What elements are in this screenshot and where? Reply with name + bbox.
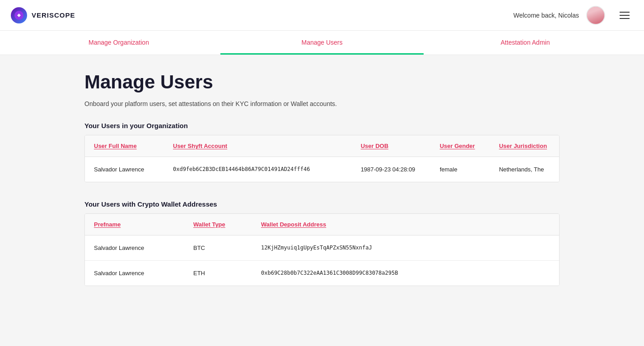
main-nav: Manage Organization Manage Users Attesta… xyxy=(0,31,644,55)
table-row: Salvador Lawrence 0xd9feb6C2B3DcEB14464b… xyxy=(85,157,559,182)
main-content: Manage Users Onboard your platform users… xyxy=(74,55,570,326)
wallet-row-0-type: BTC xyxy=(184,235,252,261)
logo-text: VERISCOPE xyxy=(32,11,75,19)
kyc-section: Your Users in your Organization User Ful… xyxy=(84,122,560,182)
wallet-table-header: Prefname Wallet Type Wallet Deposit Addr… xyxy=(85,214,559,235)
logo-icon xyxy=(11,7,27,23)
hamburger-line-1 xyxy=(620,12,630,13)
page-description: Onboard your platform users, set attesta… xyxy=(84,100,560,107)
table-row: Salvador Lawrence ETH 0xb69C28b0b7C322eA… xyxy=(85,261,559,286)
kyc-header-row: User Full Name User Shyft Account User D… xyxy=(85,135,559,157)
kyc-table-header: User Full Name User Shyft Account User D… xyxy=(85,135,559,157)
kyc-table: User Full Name User Shyft Account User D… xyxy=(85,135,559,182)
hamburger-line-2 xyxy=(620,15,630,16)
wallet-section-title: Your Users with Crypto Wallet Addresses xyxy=(84,200,560,208)
logo-area: VERISCOPE xyxy=(11,7,75,23)
kyc-table-body: Salvador Lawrence 0xd9feb6C2B3DcEB14464b… xyxy=(85,157,559,182)
welcome-message: Welcome back, Nicolas xyxy=(513,12,579,19)
wallet-row-1-prefname: Salvador Lawrence xyxy=(85,261,184,286)
tab-attestation-admin[interactable]: Attestation Admin xyxy=(424,31,627,55)
wallet-row-1-address: 0xb69C28b0b7C322eAA1361C3008D99C83078a29… xyxy=(252,261,559,286)
col-header-gender[interactable]: User Gender xyxy=(431,135,490,157)
wallet-row-0-prefname: Salvador Lawrence xyxy=(85,235,184,261)
tab-manage-users[interactable]: Manage Users xyxy=(220,31,424,55)
wallet-table-body: Salvador Lawrence BTC 12KjHZmyuiq1gUpyEs… xyxy=(85,235,559,286)
table-row: Salvador Lawrence BTC 12KjHZmyuiq1gUpyEs… xyxy=(85,235,559,261)
kyc-row-gender: female xyxy=(431,157,490,182)
col-header-wallet-address[interactable]: Wallet Deposit Address xyxy=(252,214,559,235)
header-right: Welcome back, Nicolas xyxy=(513,6,633,25)
tab-manage-organization[interactable]: Manage Organization xyxy=(17,31,220,55)
wallet-header-row: Prefname Wallet Type Wallet Deposit Addr… xyxy=(85,214,559,235)
col-header-jurisdiction[interactable]: User Jurisdiction xyxy=(490,135,559,157)
wallet-section: Your Users with Crypto Wallet Addresses … xyxy=(84,200,560,286)
wallet-row-0-address: 12KjHZmyuiq1gUpyEsTqAPZxSN55NxnfaJ xyxy=(252,235,559,261)
wallet-table-container: Prefname Wallet Type Wallet Deposit Addr… xyxy=(84,213,560,286)
avatar-image xyxy=(587,7,604,24)
kyc-table-container: User Full Name User Shyft Account User D… xyxy=(84,135,560,182)
kyc-row-shyft-account: 0xd9feb6C2B3DcEB14464b86A79C01491AD24fff… xyxy=(164,157,352,182)
col-header-dob[interactable]: User DOB xyxy=(352,135,431,157)
col-header-shyft-account[interactable]: User Shyft Account xyxy=(164,135,352,157)
hamburger-line-3 xyxy=(620,18,630,19)
wallet-table: Prefname Wallet Type Wallet Deposit Addr… xyxy=(85,214,559,286)
kyc-row-full-name: Salvador Lawrence xyxy=(85,157,164,182)
wallet-row-1-type: ETH xyxy=(184,261,252,286)
kyc-row-dob: 1987-09-23 04:28:09 xyxy=(352,157,431,182)
hamburger-menu-button[interactable] xyxy=(616,8,633,23)
col-header-full-name[interactable]: User Full Name xyxy=(85,135,164,157)
col-header-wallet-type[interactable]: Wallet Type xyxy=(184,214,252,235)
kyc-row-jurisdiction: Netherlands, The xyxy=(490,157,559,182)
avatar[interactable] xyxy=(586,6,605,25)
kyc-section-title: Your Users in your Organization xyxy=(84,122,560,129)
app-header: VERISCOPE Welcome back, Nicolas xyxy=(0,0,644,31)
col-header-prefname[interactable]: Prefname xyxy=(85,214,184,235)
nav-tabs-container: Manage Organization Manage Users Attesta… xyxy=(17,31,627,55)
page-title: Manage Users xyxy=(84,71,560,93)
